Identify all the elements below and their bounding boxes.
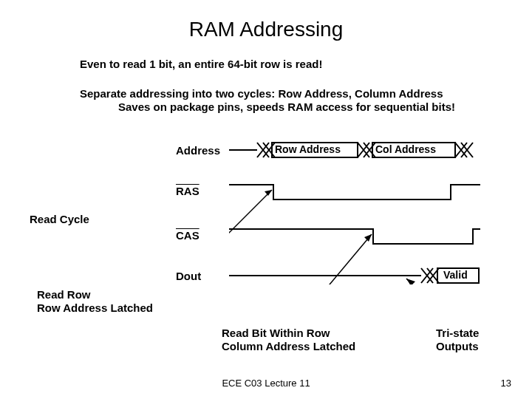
description-line-2: Saves on package pins, speeds RAM access…: [118, 100, 455, 113]
bus-label-row-address: Row Address: [275, 143, 341, 155]
signal-label-ras: RAS: [176, 185, 200, 197]
signal-label-dout: Dout: [176, 270, 201, 282]
signal-label-cas: CAS: [176, 229, 200, 242]
annotation-row-latched: Row Address Latched: [37, 301, 153, 314]
annotation-col-latched: Column Address Latched: [222, 340, 355, 352]
page-number: 13: [501, 378, 511, 389]
description-line-1: Separate addressing into two cycles: Row…: [80, 87, 443, 100]
svg-marker-10: [406, 279, 415, 284]
annotation-tristate: Tri-state: [436, 327, 479, 339]
bus-label-valid: Valid: [443, 269, 468, 281]
annotation-read-bit: Read Bit Within Row: [222, 327, 330, 339]
signal-label-address: Address: [176, 144, 220, 157]
svg-marker-6: [265, 190, 272, 196]
timing-diagram: [229, 137, 495, 284]
svg-marker-8: [364, 234, 372, 242]
page-title: RAM Addressing: [0, 18, 532, 41]
read-cycle-label: Read Cycle: [30, 213, 89, 225]
annotation-read-row: Read Row: [37, 288, 91, 301]
svg-line-5: [229, 190, 272, 284]
footer-text: ECE C03 Lecture 11: [0, 378, 532, 389]
svg-line-7: [296, 234, 372, 284]
bus-label-col-address: Col Address: [375, 143, 436, 155]
subtitle: Even to read 1 bit, an entire 64-bit row…: [80, 58, 322, 70]
annotation-outputs: Outputs: [436, 340, 479, 352]
